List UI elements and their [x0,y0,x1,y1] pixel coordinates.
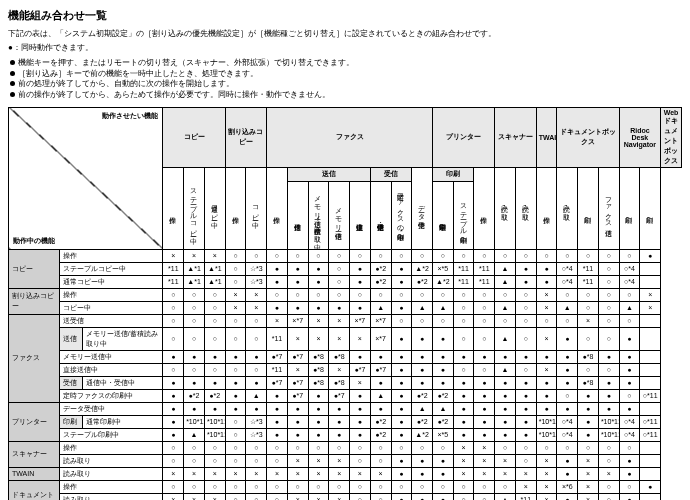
cell: ○ [329,441,350,454]
cell: × [474,454,495,467]
cell: × [184,493,205,500]
cell: ○ [246,454,267,467]
cell: ● [432,376,453,389]
cell: ○ [557,441,578,454]
table-row: メモリー送信中●●●●●●*7●*7●*8●*8●●●●●●●●●●●●*8●● [9,350,682,363]
row-label: 定時ファクスの印刷中 [59,389,163,402]
cell: ● [287,262,308,275]
cell: ▲*1 [184,275,205,288]
cell: ○ [184,441,205,454]
cell: ○ [598,480,619,493]
cell: ○ [557,249,578,262]
cell: ○ [350,288,371,301]
cell: ○ [391,288,412,301]
cell [640,376,661,389]
legend-list: 機能キーを押す、またはリモートの切り替え（スキャナー、外部拡張）で切り替えできま… [8,58,682,101]
row-group: コピー [9,249,60,288]
cell: ● [267,415,288,428]
cell: ▲ [412,301,433,314]
cell: ● [453,350,474,363]
cell: ● [412,493,433,500]
cell: × [184,249,205,262]
table-row: 送信メモリー送信/蓄積読み取り中○○○○○*11×××××*7●●●○○▲○×●… [9,327,682,350]
table-row: 通常コピー中*11▲*1▲*1○☆*3●●●○●●*2●●*2▲*2*11*11… [9,275,682,288]
cell: ○ [578,441,599,454]
cell: ○ [619,288,640,301]
col-head: 直接送信中 [350,181,371,249]
cell: × [640,301,661,314]
cell: ○ [619,389,640,402]
cell: ○ [474,363,495,376]
col-head: 印刷 [640,167,661,249]
cell: ● [619,467,640,480]
cell: ○ [308,480,329,493]
cell: ● [329,428,350,441]
cell: ○ [184,288,205,301]
cell: ○*11 [640,415,661,428]
cell: ● [495,376,516,389]
cell: × [163,249,184,262]
cell: ● [204,402,225,415]
cell: ○*11 [640,428,661,441]
cell: ●*2 [432,415,453,428]
cell: ▲ [412,402,433,415]
cell: × [329,327,350,350]
col-head: ファクス送信 [598,167,619,249]
cell [640,363,661,376]
cell: ● [329,301,350,314]
cell: ○ [163,363,184,376]
cell: ×*7 [370,327,391,350]
cell: ●*2 [370,415,391,428]
cell: ○ [184,454,205,467]
cell: ×*6 [557,480,578,493]
cell: ● [163,402,184,415]
cell [640,441,661,454]
cell: × [515,467,536,480]
table-body: コピー操作×××○○○○○○○○○○○○○○○○○○○○●ステープルコピー中*1… [9,249,682,500]
legend-item: 前の処理が終了してから、自動的に次の操作を開始します。 [8,79,682,90]
cell: ● [412,467,433,480]
cell: ☆*3 [246,262,267,275]
cell: ● [308,428,329,441]
cell: ● [619,454,640,467]
cell: ●*7 [350,363,371,376]
row-label: 操作 [59,441,163,454]
table-row: 読み取り○○○○○○×××○○●●●×××○×●×○● [9,454,682,467]
cell: ● [432,327,453,350]
row-label: 読み取り [59,493,163,500]
col-head: メモリー送信/蓄積読み取り中 [308,181,329,249]
cell: ● [557,327,578,350]
cell: ○ [204,363,225,376]
cell: ○*4 [619,428,640,441]
cell: ● [184,350,205,363]
cell: ● [163,350,184,363]
cell: ○ [163,288,184,301]
cell: × [246,467,267,480]
cell: *11 [474,275,495,288]
cell: ● [515,275,536,288]
cell: ● [536,350,557,363]
col-head: 操作 [536,167,557,249]
table-row: プリンターデータ受信中●●●●●●●●●●●●▲▲●●●●●●●●● [9,402,682,415]
cell: ○ [225,314,246,327]
cell: ○ [515,327,536,350]
cell: ● [619,493,640,500]
diagonal-header: 動作させたい機能動作中の機能 [9,107,163,249]
table-row: 受信通信中・受信中●●●●●●*7●*7●*8●*8×●●●●●●●●●●●*8… [9,376,682,389]
cell: ● [308,275,329,288]
cell: ● [184,376,205,389]
cell: ● [370,402,391,415]
cell: × [308,314,329,327]
cell: ● [453,402,474,415]
col-head: ステープルコピー中 [184,167,205,249]
cell: ○ [246,249,267,262]
row-group: TWAIN [9,467,60,480]
cell: ○ [246,363,267,376]
cell: ● [391,428,412,441]
cell: ●*2 [412,415,433,428]
cell: ▲ [495,262,516,275]
cell: ○ [557,314,578,327]
cell: ● [163,415,184,428]
cell: ●*2 [370,275,391,288]
cell: ● [557,454,578,467]
